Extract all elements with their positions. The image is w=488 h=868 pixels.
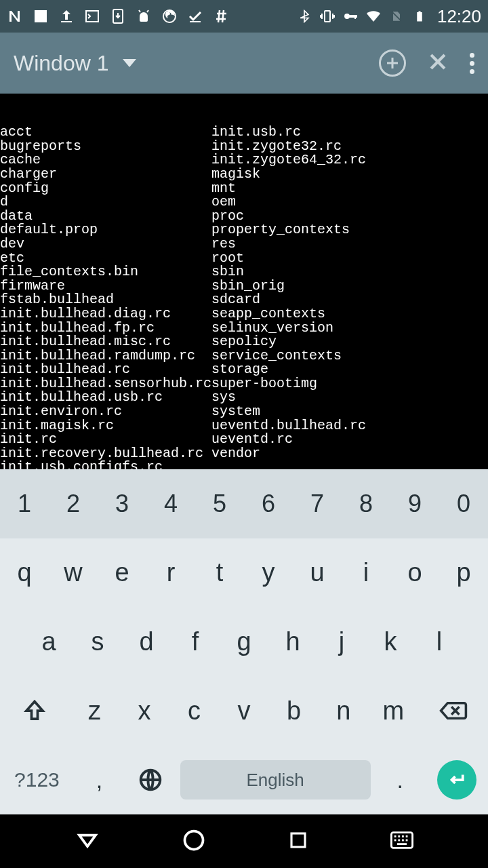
- home-button[interactable]: [182, 828, 206, 855]
- back-button[interactable]: [75, 828, 100, 855]
- key-h[interactable]: h: [268, 608, 317, 677]
- keyboard-switch-button[interactable]: [390, 831, 413, 852]
- key-d[interactable]: d: [122, 608, 171, 677]
- language-key[interactable]: [125, 767, 176, 793]
- bluetooth-icon: [296, 8, 312, 24]
- key-2[interactable]: 2: [49, 469, 98, 538]
- key-y[interactable]: y: [244, 538, 293, 608]
- key-i[interactable]: i: [342, 538, 390, 608]
- key-5[interactable]: 5: [195, 469, 244, 538]
- symbols-key[interactable]: ?123: [0, 768, 74, 791]
- svg-rect-17: [402, 835, 404, 837]
- svg-rect-16: [398, 835, 400, 837]
- key-4[interactable]: 4: [146, 469, 195, 538]
- key-g[interactable]: g: [220, 608, 268, 677]
- shift-key[interactable]: [0, 676, 70, 745]
- comma-key[interactable]: ,: [74, 767, 125, 793]
- chevron-down-icon: [123, 59, 136, 67]
- check-icon: [187, 8, 203, 24]
- key-c[interactable]: c: [169, 676, 219, 745]
- ls-output-col1: acct bugreports cache charger config d d…: [0, 125, 211, 469]
- key-j[interactable]: j: [317, 608, 366, 677]
- key-z[interactable]: z: [70, 676, 119, 745]
- key-t[interactable]: t: [195, 538, 244, 608]
- hash-icon: [213, 8, 229, 24]
- svg-rect-5: [325, 11, 330, 22]
- upload-icon: [58, 8, 75, 24]
- key-x[interactable]: x: [119, 676, 169, 745]
- status-right-icons: 12:20: [296, 6, 481, 27]
- svg-rect-21: [402, 839, 404, 841]
- svg-rect-20: [398, 839, 400, 841]
- period-key[interactable]: .: [375, 767, 426, 793]
- key-w[interactable]: w: [49, 538, 98, 608]
- keyboard-number-row: 1234567890: [0, 469, 488, 538]
- key-e[interactable]: e: [98, 538, 146, 608]
- window-selector[interactable]: Window 1: [14, 51, 379, 76]
- terminal-app-bar: Window 1: [0, 33, 488, 94]
- svg-rect-13: [291, 833, 305, 847]
- key-q[interactable]: q: [0, 538, 49, 608]
- status-left-icons: [7, 8, 229, 24]
- window-title-label: Window 1: [14, 51, 109, 76]
- key-0[interactable]: 0: [439, 469, 488, 538]
- close-window-button[interactable]: [426, 50, 449, 76]
- key-6[interactable]: 6: [244, 469, 293, 538]
- terminal-notification-icon: [84, 8, 100, 24]
- soft-keyboard: 1234567890 qwertyuiop asdfghjkl zxcvbnm …: [0, 469, 488, 814]
- key-1[interactable]: 1: [0, 469, 49, 538]
- key-m[interactable]: m: [369, 676, 418, 745]
- no-sim-icon: [388, 8, 405, 24]
- adb-icon: [136, 8, 152, 24]
- svg-rect-23: [396, 843, 406, 845]
- svg-rect-8: [354, 15, 356, 19]
- svg-rect-0: [86, 11, 98, 22]
- svg-rect-10: [418, 12, 420, 13]
- firefox-icon: [161, 8, 178, 24]
- svg-rect-22: [405, 839, 407, 841]
- backspace-key[interactable]: [418, 676, 488, 745]
- key-8[interactable]: 8: [342, 469, 390, 538]
- svg-rect-9: [417, 12, 422, 22]
- status-clock: 12:20: [437, 6, 481, 27]
- keyboard-top-row: qwertyuiop: [0, 538, 488, 608]
- n-preview-icon: [7, 8, 23, 24]
- key-r[interactable]: r: [146, 538, 195, 608]
- svg-rect-18: [405, 835, 407, 837]
- gallery-icon: [33, 8, 49, 24]
- keyboard-action-row: ?123 , English .: [0, 745, 488, 814]
- svg-point-6: [344, 14, 350, 19]
- svg-rect-15: [394, 835, 396, 837]
- new-window-button[interactable]: [379, 50, 406, 77]
- battery-icon: [411, 8, 428, 24]
- key-o[interactable]: o: [390, 538, 439, 608]
- keyboard-mid-row: asdfghjkl: [0, 608, 488, 677]
- key-v[interactable]: v: [219, 676, 268, 745]
- keyboard-bottom-row: zxcvbnm: [0, 676, 488, 745]
- key-f[interactable]: f: [171, 608, 220, 677]
- svg-rect-3: [140, 16, 148, 22]
- key-p[interactable]: p: [439, 538, 488, 608]
- overflow-menu-button[interactable]: [470, 53, 474, 74]
- wifi-icon: [365, 8, 382, 24]
- vpn-key-icon: [342, 8, 359, 24]
- key-n[interactable]: n: [319, 676, 368, 745]
- key-9[interactable]: 9: [390, 469, 439, 538]
- vibrate-icon: [319, 8, 336, 24]
- key-3[interactable]: 3: [98, 469, 146, 538]
- terminal-output[interactable]: acct bugreports cache charger config d d…: [0, 94, 488, 469]
- ls-output-col2: init.usb.rc init.zygote32.rc init.zygote…: [211, 125, 407, 469]
- android-nav-bar: [0, 814, 488, 868]
- android-status-bar: 12:20: [0, 0, 488, 33]
- recents-button[interactable]: [288, 830, 308, 853]
- svg-rect-19: [394, 839, 396, 841]
- space-key[interactable]: English: [176, 760, 375, 800]
- key-a[interactable]: a: [24, 608, 73, 677]
- key-s[interactable]: s: [73, 608, 122, 677]
- key-l[interactable]: l: [415, 608, 464, 677]
- key-b[interactable]: b: [269, 676, 319, 745]
- key-7[interactable]: 7: [293, 469, 342, 538]
- key-k[interactable]: k: [366, 608, 415, 677]
- key-u[interactable]: u: [293, 538, 342, 608]
- enter-key[interactable]: [426, 760, 488, 800]
